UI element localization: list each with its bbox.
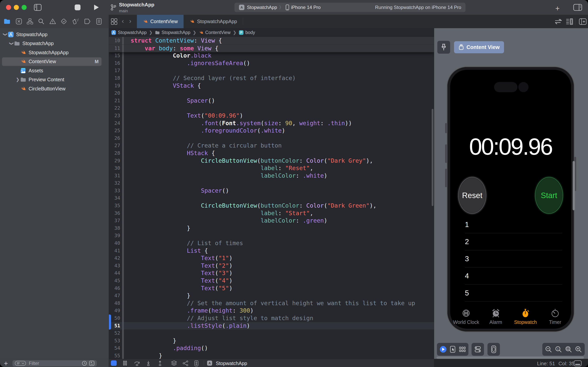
minimap-icon[interactable] xyxy=(565,18,573,25)
tests-navigator-tab-icon[interactable] xyxy=(60,18,67,25)
code-line-26[interactable]: 26 xyxy=(109,134,434,142)
step-into-icon[interactable] xyxy=(145,361,151,366)
lap-row[interactable]: 3 xyxy=(465,250,562,267)
code-line-42[interactable]: 42Text("1") xyxy=(109,254,434,262)
step-over-icon[interactable] xyxy=(134,361,140,366)
code-line-53[interactable]: 53} xyxy=(109,337,434,345)
code-line-40[interactable]: 40// List of times xyxy=(109,240,434,247)
zoom-to-fit-icon[interactable] xyxy=(565,346,572,353)
code-line-44[interactable]: 44Text("3") xyxy=(109,269,434,277)
chevron-right-icon[interactable]: ❯ xyxy=(15,77,20,82)
code-line-27[interactable]: 27// Create a circular button xyxy=(109,142,434,150)
minimize-window-button[interactable] xyxy=(14,5,19,10)
selectable-preview-button[interactable] xyxy=(449,346,456,353)
code-line-54[interactable]: 54.padding() xyxy=(109,344,434,352)
lap-list[interactable]: 12345 xyxy=(465,216,562,302)
live-preview-button[interactable] xyxy=(439,345,447,353)
code-line-30[interactable]: 30label: "Reset", xyxy=(109,165,434,172)
filter-field[interactable]: Filter xyxy=(12,360,97,367)
find-navigator-tab-icon[interactable] xyxy=(38,18,44,25)
breadcrumb-item-body[interactable]: Pbody xyxy=(239,30,255,35)
breakpoints-navigator-tab-icon[interactable] xyxy=(84,19,91,24)
phone-tab-timer[interactable]: Timer xyxy=(540,308,570,331)
split-editor-icon[interactable] xyxy=(579,18,587,25)
code-line-41[interactable]: 41List { xyxy=(109,247,434,255)
code-line-52[interactable]: 52 xyxy=(109,329,434,337)
editor-grid-icon[interactable] xyxy=(110,18,118,25)
simulator-icon[interactable] xyxy=(194,360,199,367)
code-line-17[interactable]: 17 xyxy=(109,67,434,75)
code-line-35[interactable]: 35CircleButtonView(buttonColor: Color("D… xyxy=(109,202,434,209)
lap-row[interactable]: 5 xyxy=(465,284,562,302)
code-line-48[interactable]: 48// Set the amount of vertical height w… xyxy=(109,300,434,307)
sidebar-item-preview-content[interactable]: ❯Preview Content xyxy=(0,75,109,84)
add-tab-icon[interactable]: + xyxy=(555,4,560,13)
code-line-19[interactable]: 19VStack { xyxy=(109,82,434,90)
add-file-icon[interactable]: + xyxy=(4,359,8,367)
variants-button[interactable] xyxy=(459,346,466,353)
reports-navigator-tab-icon[interactable] xyxy=(96,18,102,25)
code-line-49[interactable]: 49.frame(height: 300) xyxy=(109,307,434,315)
zoom-window-button[interactable] xyxy=(22,5,27,10)
lap-row[interactable]: 1 xyxy=(465,216,562,233)
stop-button[interactable] xyxy=(75,4,81,10)
sidebar-item-circlebuttonview[interactable]: CircleButtonView xyxy=(0,84,109,93)
breadcrumb-item-stopwatchapp[interactable]: StopwatchApp xyxy=(111,30,147,35)
tab-contentview[interactable]: ContentView xyxy=(137,15,184,28)
toggle-right-sidebar-icon[interactable] xyxy=(573,3,583,11)
view-hierarchy-icon[interactable] xyxy=(171,360,177,366)
lap-row[interactable]: 4 xyxy=(465,267,562,284)
scheme-app-name[interactable]: StopwatchApp xyxy=(247,5,277,10)
phone-tab-stopwatch[interactable]: Stopwatch xyxy=(511,308,540,331)
preview-on-device-button[interactable] xyxy=(491,345,497,353)
pause-execution-icon[interactable] xyxy=(123,361,127,366)
code-editor[interactable]: 15Color.black16.ignoresSafeArea()1718// … xyxy=(109,37,434,359)
memory-graph-icon[interactable] xyxy=(182,360,189,366)
chevron-down-icon[interactable]: ❯ xyxy=(9,41,14,46)
forward-icon[interactable]: › xyxy=(129,17,131,25)
adjust-editor-icon[interactable] xyxy=(554,18,562,25)
code-line-43[interactable]: 43Text("2") xyxy=(109,262,434,270)
step-out-icon[interactable] xyxy=(157,361,163,366)
preview-pin-button[interactable] xyxy=(437,41,450,54)
preview-jump-button[interactable]: Content View xyxy=(454,41,504,53)
start-button[interactable]: Start xyxy=(534,176,564,215)
code-line-39[interactable]: 39 xyxy=(109,232,434,240)
sidebar-item-stopwatchapp[interactable]: ❯StopwatchApp xyxy=(0,39,109,48)
code-line-18[interactable]: 18// Second layer (rest of interface) xyxy=(109,75,434,82)
code-line-20[interactable]: 20 xyxy=(109,89,434,97)
back-icon[interactable]: ‹ xyxy=(122,17,124,25)
close-window-button[interactable] xyxy=(6,5,11,10)
code-line-45[interactable]: 45Text("4") xyxy=(109,277,434,284)
sidebar-item-contentview[interactable]: ContentViewM xyxy=(0,57,109,66)
project-navigator-tab-icon[interactable] xyxy=(3,18,10,25)
tab-stopwatchappapp[interactable]: StopwatchAppApp xyxy=(184,15,243,28)
recent-files-icon[interactable] xyxy=(82,361,87,366)
toggle-bottom-bar-icon[interactable] xyxy=(574,360,582,367)
filter-options-icon[interactable] xyxy=(15,361,26,366)
sidebar-item-stopwatchapp[interactable]: ❯StopwatchApp xyxy=(0,30,109,39)
code-line-51[interactable]: 51.listStyle(.plain) xyxy=(109,322,434,330)
scheme-selector[interactable]: A StopwatchApp 〉 iPhone 14 Pro Running S… xyxy=(235,3,465,12)
issues-navigator-tab-icon[interactable] xyxy=(49,18,56,25)
code-line-29[interactable]: 29CircleButtonView(buttonColor: Color("D… xyxy=(109,157,434,165)
code-line-22[interactable]: 22 xyxy=(109,104,434,112)
breadcrumb-item-stopwatchapp[interactable]: StopwatchApp xyxy=(155,30,190,35)
code-line-21[interactable]: 21Spacer() xyxy=(109,97,434,105)
code-line-50[interactable]: 50// Adjust list style to match design xyxy=(109,315,434,322)
code-lines[interactable]: 15Color.black16.ignoresSafeArea()1718// … xyxy=(109,52,434,359)
source-control-navigator-tab-icon[interactable] xyxy=(16,18,22,25)
zoom-out-icon[interactable] xyxy=(545,346,552,353)
phone-tab-world-clock[interactable]: World Clock xyxy=(451,308,481,331)
code-line-16[interactable]: 16.ignoresSafeArea() xyxy=(109,59,434,67)
code-line-36[interactable]: 36label: "Start", xyxy=(109,209,434,217)
editor-scrollbar[interactable] xyxy=(432,109,433,206)
sidebar-item-assets[interactable]: Assets xyxy=(0,66,109,75)
zoom-actual-size-icon[interactable]: 1 xyxy=(555,346,562,353)
breadcrumb-item-contentview[interactable]: ContentView xyxy=(199,30,231,35)
preview-vertical-scrollbar[interactable] xyxy=(573,161,575,210)
zoom-in-icon[interactable] xyxy=(575,346,582,353)
code-line-28[interactable]: 28HStack { xyxy=(109,150,434,157)
code-line-10[interactable]: 10struct ContentView: View { xyxy=(109,37,434,45)
code-line-38[interactable]: 38} xyxy=(109,225,434,232)
